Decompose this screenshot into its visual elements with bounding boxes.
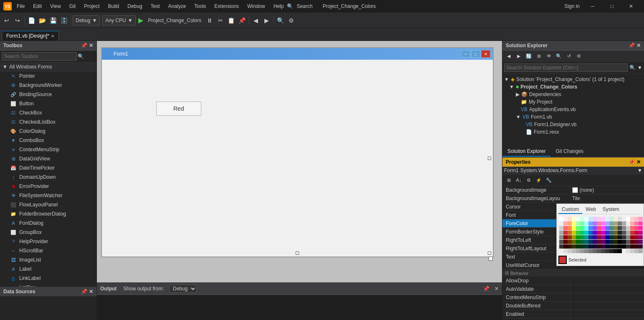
color-r4-2[interactable] — [568, 231, 572, 235]
color-c2[interactable] — [568, 217, 572, 221]
tool-groupbox[interactable]: ⬜GroupBox — [0, 228, 96, 237]
color-r2-14[interactable] — [618, 221, 622, 226]
color-r8-11[interactable] — [605, 249, 609, 253]
prop-value-doublebuffered[interactable] — [570, 302, 644, 310]
color-r5-7[interactable] — [588, 235, 593, 239]
design-canvas[interactable]: Form1 ─ □ ✕ Red — [97, 41, 502, 282]
color-r8-17[interactable] — [630, 249, 634, 253]
color-r4-7[interactable] — [588, 231, 593, 235]
undo-button[interactable]: ↩ — [2, 15, 12, 25]
color-r8-16[interactable] — [626, 249, 630, 253]
tool-listbox[interactable]: ≡ListBox — [0, 283, 96, 287]
se-pin-icon[interactable]: 📌 — [629, 43, 635, 48]
color-r8-14[interactable] — [618, 249, 622, 253]
color-r2-16[interactable] — [626, 221, 630, 226]
color-r8-15[interactable] — [622, 249, 626, 253]
debug-config-dropdown[interactable]: Debug ▼ — [73, 15, 100, 25]
menu-tools[interactable]: Tools — [191, 3, 209, 10]
toolbox-search-input[interactable] — [2, 52, 77, 61]
color-r4-6[interactable] — [584, 231, 588, 235]
color-r7-10[interactable] — [601, 244, 605, 249]
se-close-icon[interactable]: ✕ — [636, 43, 641, 48]
ds-pin-icon[interactable]: 📌 — [81, 289, 87, 295]
color-r4-0[interactable] — [559, 231, 563, 235]
menu-project[interactable]: Project — [81, 3, 103, 10]
color-r3-19[interactable] — [639, 226, 643, 230]
maximize-button[interactable]: □ — [602, 0, 621, 13]
tool-pointer[interactable]: ↖Pointer — [0, 71, 96, 81]
ds-close-icon[interactable]: ✕ — [89, 289, 93, 295]
color-r6-17[interactable] — [630, 240, 634, 244]
prop-value-bgimage[interactable]: (none) — [570, 186, 644, 194]
color-r5-9[interactable] — [597, 235, 601, 239]
project-item[interactable]: ▼ ■ Project_Change_Colors — [502, 83, 644, 91]
output-close-icon[interactable]: ✕ — [494, 286, 499, 292]
settings-button[interactable]: ⚙ — [287, 15, 297, 25]
color-r3-2[interactable] — [568, 226, 572, 230]
color-r5-6[interactable] — [584, 235, 588, 239]
tool-colordialog[interactable]: 🎨ColorDialog — [0, 127, 96, 136]
color-r8-6[interactable] — [584, 249, 588, 253]
color-r3-4[interactable] — [576, 226, 580, 230]
color-r8-10[interactable] — [601, 249, 605, 253]
color-r6-9[interactable] — [597, 240, 601, 244]
se-tab-git[interactable]: Git Changes — [550, 147, 588, 157]
minimize-button[interactable]: ─ — [583, 0, 602, 13]
form-minimize-btn[interactable]: ─ — [461, 50, 470, 58]
props-alphabetical-btn[interactable]: A↓ — [514, 175, 523, 185]
menu-view[interactable]: View — [47, 3, 64, 10]
tool-button[interactable]: ⬜Button — [0, 99, 96, 108]
cp-tab-custom[interactable]: Custom — [558, 206, 582, 214]
toolbox-section-header[interactable]: ▼ All Windows Forms — [0, 63, 96, 71]
my-project-item[interactable]: 📁 My Project — [502, 98, 644, 106]
color-r7-15[interactable] — [622, 244, 626, 249]
tool-checkbox[interactable]: ☑CheckBox — [0, 108, 96, 117]
color-r7-7[interactable] — [588, 244, 593, 249]
color-r4-3[interactable] — [572, 231, 576, 235]
color-r4-12[interactable] — [609, 231, 614, 235]
form-maximize-btn[interactable]: □ — [471, 50, 480, 58]
color-r6-12[interactable] — [609, 240, 614, 244]
color-r8-2[interactable] — [568, 249, 572, 253]
color-r2-3[interactable] — [572, 221, 576, 226]
tool-linklabel[interactable]: ALinkLabel — [0, 274, 96, 283]
color-r7-0[interactable] — [559, 244, 563, 249]
color-r8-8[interactable] — [593, 249, 597, 253]
color-r7-3[interactable] — [572, 244, 576, 249]
color-r2-1[interactable] — [563, 221, 568, 226]
se-search-options-icon[interactable]: ▼ — [637, 65, 642, 71]
se-preview-btn[interactable]: 👁 — [544, 51, 553, 61]
search-label[interactable]: Search — [297, 3, 312, 9]
color-r6-13[interactable] — [614, 240, 618, 244]
se-sync-btn[interactable]: 🔄 — [524, 51, 533, 61]
new-button[interactable]: 📄 — [26, 15, 36, 25]
find-button[interactable]: 🔍 — [276, 15, 286, 25]
menu-build[interactable]: Build — [105, 3, 123, 10]
redo-button[interactable]: ↪ — [13, 15, 23, 25]
color-r7-1[interactable] — [563, 244, 568, 249]
dependencies-item[interactable]: ▶ 📦 Dependencies — [502, 91, 644, 98]
color-c6[interactable] — [584, 217, 588, 221]
color-r3-16[interactable] — [626, 226, 630, 230]
color-r5-4[interactable] — [576, 235, 580, 239]
color-r8-18[interactable] — [634, 249, 639, 253]
color-r6-10[interactable] — [601, 240, 605, 244]
color-r7-12[interactable] — [609, 244, 614, 249]
color-r5-13[interactable] — [614, 235, 618, 239]
forward-button[interactable]: ▶ — [262, 15, 272, 25]
color-c9[interactable] — [597, 217, 601, 221]
run-button[interactable]: ▶ — [137, 15, 145, 25]
cp-tab-system[interactable]: System — [599, 206, 623, 214]
color-c11[interactable] — [605, 217, 609, 221]
color-r3-17[interactable] — [630, 226, 634, 230]
color-c7[interactable] — [588, 217, 593, 221]
color-r8-9[interactable] — [597, 249, 601, 253]
color-r3-7[interactable] — [588, 226, 593, 230]
prop-value-imemode[interactable] — [570, 318, 644, 320]
menu-debug[interactable]: Debug — [124, 3, 145, 10]
color-r4-17[interactable] — [630, 231, 634, 235]
color-r4-16[interactable] — [626, 231, 630, 235]
props-close-icon[interactable]: ✕ — [636, 159, 641, 165]
close-button[interactable]: ✕ — [621, 0, 641, 13]
color-r6-14[interactable] — [618, 240, 622, 244]
